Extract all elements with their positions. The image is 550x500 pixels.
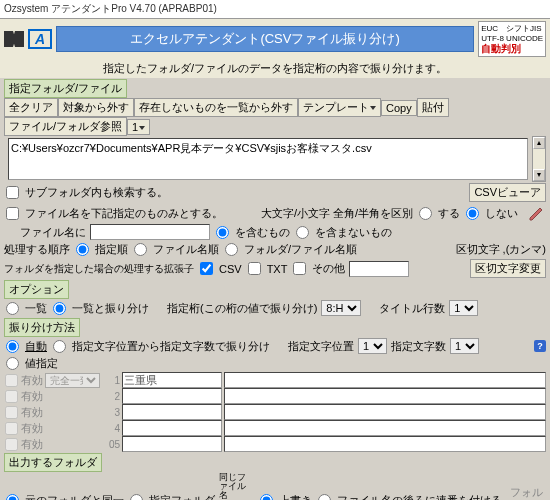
a-icon[interactable]: A xyxy=(28,29,52,49)
list-split-radio[interactable] xyxy=(53,302,66,315)
column-select[interactable]: 8:H xyxy=(321,300,361,316)
auto-radio[interactable] xyxy=(6,340,19,353)
row1-match-select: 完全一致 xyxy=(45,373,100,388)
ext-other-checkbox[interactable] xyxy=(293,262,306,275)
section-split: 振り分け方法 xyxy=(4,318,80,337)
include-no-radio[interactable] xyxy=(296,226,309,239)
filename-input[interactable] xyxy=(90,224,210,240)
toolbar: 全クリア 対象から外す 存在しないものを一覧から外す テンプレート Copy 貼… xyxy=(0,98,550,136)
paste-button[interactable]: 貼付 xyxy=(417,98,449,117)
case-no-radio[interactable] xyxy=(466,207,479,220)
order-specified-radio[interactable] xyxy=(76,243,89,256)
section-output: 出力するフォルダ xyxy=(4,453,102,472)
csv-viewer-button[interactable]: CSVビューア xyxy=(469,183,546,202)
order-filename-radio[interactable] xyxy=(134,243,147,256)
order-folder-radio[interactable] xyxy=(225,243,238,256)
overwrite-radio[interactable] xyxy=(260,494,273,501)
include-yes-radio[interactable] xyxy=(216,226,229,239)
grid-row-3: 有効 3 xyxy=(0,404,550,420)
charpos-radio[interactable] xyxy=(53,340,66,353)
folder-ref-label: フォルダ参照 xyxy=(510,485,546,500)
out-same-radio[interactable] xyxy=(6,494,19,501)
encoding-indicator: EUC シフトJIS UTF-8 UNICODE 自動判別 xyxy=(478,21,546,57)
out-specified-radio[interactable] xyxy=(130,494,143,501)
file-folder-ref-button[interactable]: ファイル/フォルダ参照 xyxy=(4,117,127,136)
row1-val-input xyxy=(122,372,222,388)
grid-row-5: 有効 05 xyxy=(0,436,550,452)
row1-checkbox xyxy=(5,374,18,387)
serial-radio[interactable] xyxy=(318,494,331,501)
pen-icon[interactable] xyxy=(528,204,546,222)
ext-csv-checkbox[interactable] xyxy=(200,262,213,275)
grid-row-2: 有効 2 xyxy=(0,388,550,404)
subfolder-checkbox[interactable] xyxy=(6,186,19,199)
clear-all-button[interactable]: 全クリア xyxy=(4,98,58,117)
book-icon[interactable] xyxy=(4,31,24,47)
value-radio[interactable] xyxy=(6,357,19,370)
title-rows-select[interactable]: 1 xyxy=(449,300,478,316)
remove-noexist-button[interactable]: 存在しないものを一覧から外す xyxy=(134,98,298,117)
title-banner: エクセルアテンダント(CSVファイル振り分け) xyxy=(56,26,474,52)
header: A エクセルアテンダント(CSVファイル振り分け) EUC シフトJIS UTF… xyxy=(0,19,550,59)
charpos-select[interactable]: 1 xyxy=(358,338,387,354)
template-button[interactable]: テンプレート xyxy=(298,98,381,117)
scrollbar[interactable]: ▴▾ xyxy=(532,136,546,182)
charcount-select[interactable]: 1 xyxy=(450,338,479,354)
grid-row-4: 有効 4 xyxy=(0,420,550,436)
window-title: Ozsystem アテンダントPro V4.70 (APRABP01) xyxy=(0,0,550,19)
ext-other-input[interactable] xyxy=(349,261,409,277)
subtitle: 指定したフォルダ/ファイルのデータを指定桁の内容で振り分けます。 xyxy=(0,59,550,78)
section-option: オプション xyxy=(4,280,69,299)
delimiter-change-button[interactable]: 区切文字変更 xyxy=(470,259,546,278)
ext-txt-checkbox[interactable] xyxy=(248,262,261,275)
case-yes-radio[interactable] xyxy=(419,207,432,220)
grid-row-1: 有効 完全一致 1 xyxy=(0,372,550,388)
ref-extra-button[interactable]: 1 xyxy=(127,119,150,135)
section-folder-file: 指定フォルダ/ファイル xyxy=(4,79,127,98)
help-icon[interactable]: ? xyxy=(534,340,546,352)
list-only-radio[interactable] xyxy=(6,302,19,315)
row1-out-input xyxy=(224,372,546,388)
copy-button[interactable]: Copy xyxy=(381,100,417,116)
exclude-button[interactable]: 対象から外す xyxy=(58,98,134,117)
path-list[interactable]: C:¥Users¥ozcr7¥Documents¥APR見本データ¥CSV¥sj… xyxy=(8,138,528,180)
filename-filter-checkbox[interactable] xyxy=(6,207,19,220)
